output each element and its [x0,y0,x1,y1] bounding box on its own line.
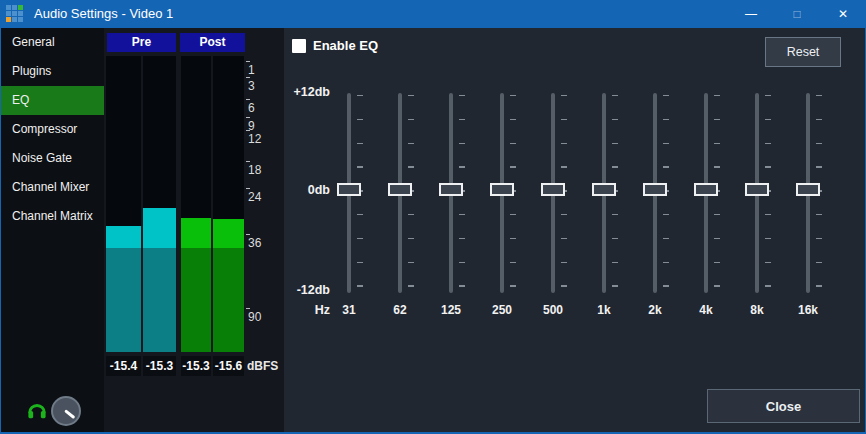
app-icon-cell [6,5,11,10]
meter-bar [213,248,244,352]
app-icon-cell [18,5,23,10]
eq-band-freq-label: 125 [431,303,471,317]
maximize-button[interactable]: □ [774,0,820,28]
eq-slider-thumb[interactable] [439,183,463,196]
eq-band-freq-label: 62 [380,303,420,317]
eq-gain-mid-label: 0db [284,183,330,197]
eq-band-freq-label: 500 [533,303,573,317]
eq-band-freq-label: 250 [482,303,522,317]
eq-band-slider-2k: 2k [635,86,675,326]
eq-band-slider-4k: 4k [686,86,726,326]
sidebar-item-channel-matrix[interactable]: Channel Matrix [0,202,104,231]
meter-unit-label: dBFS [247,359,278,373]
eq-slider-thumb[interactable] [643,183,667,196]
eq-band-slider-500: 500 [533,86,573,326]
maximize-icon: □ [793,7,800,21]
meter-channel [213,56,244,352]
audio-settings-window: Audio Settings - Video 1 — □ ✕ General P… [0,0,866,434]
eq-band-slider-8k: 8k [737,86,777,326]
eq-gain-bottom-label: -12db [284,283,330,297]
meter-channel [181,56,211,352]
eq-gain-top-label: +12db [284,85,330,99]
app-icon-cell [12,5,17,10]
meter-value: -15.6 [213,356,244,376]
app-icon-cell [12,11,17,16]
eq-band-freq-label: 1k [584,303,624,317]
enable-eq-checkbox[interactable] [292,39,306,53]
knob-indicator [64,409,75,419]
settings-sidebar: General Plugins EQ Compressor Noise Gate… [0,28,104,434]
meter-bar-peak [106,226,141,248]
meter-scale-tick: 90 [248,311,261,323]
pre-meter-header: Pre [107,33,176,52]
meter-scale-tick: 36 [248,237,261,249]
eq-band-slider-125: 125 [431,86,471,326]
eq-band-freq-label: 16k [788,303,828,317]
eq-freq-unit-label: Hz [284,303,330,317]
sidebar-item-compressor[interactable]: Compressor [0,115,104,144]
close-icon: ✕ [838,7,848,21]
meter-scale-tick: 1 [248,64,255,76]
headphones-volume-knob[interactable] [51,396,81,426]
app-icon-cell [6,11,11,16]
app-icon-cell [12,17,17,22]
eq-slider-thumb[interactable] [490,183,514,196]
eq-slider-thumb[interactable] [388,183,412,196]
title-bar[interactable]: Audio Settings - Video 1 — □ ✕ [0,0,866,28]
eq-band-slider-16k: 16k [788,86,828,326]
meter-bar-peak [143,208,176,248]
sidebar-item-channel-mixer[interactable]: Channel Mixer [0,173,104,202]
sidebar-item-eq[interactable]: EQ [0,86,104,115]
close-window-button[interactable]: ✕ [820,0,866,28]
meter-bar-peak [213,219,244,248]
meter-bar [106,248,141,352]
meter-scale-tick: 12 [248,133,261,145]
eq-slider-thumb[interactable] [796,183,820,196]
meter-bar [181,248,211,352]
meter-channel [143,56,176,352]
headphones-icon[interactable] [26,399,48,421]
eq-slider-thumb[interactable] [694,183,718,196]
eq-slider-thumb[interactable] [592,183,616,196]
window-title: Audio Settings - Video 1 [34,0,173,28]
meter-scale-tick: 6 [248,102,255,114]
eq-band-freq-label: 4k [686,303,726,317]
eq-band-freq-label: 31 [329,303,369,317]
meter-scale-tick: 18 [248,164,261,176]
minimize-icon: — [745,7,757,21]
meter-value: -15.3 [143,356,176,376]
eq-band-freq-label: 8k [737,303,777,317]
minimize-button[interactable]: — [728,0,774,28]
eq-band-freq-label: 2k [635,303,675,317]
enable-eq-label: Enable EQ [313,39,378,53]
eq-slider-thumb[interactable] [337,183,361,196]
meter-value: -15.3 [181,356,211,376]
post-meter-header: Post [180,33,245,52]
meter-bar [143,248,176,352]
eq-slider-thumb[interactable] [541,183,565,196]
meter-value: -15.4 [106,356,141,376]
meter-scale-tick: 24 [248,191,261,203]
eq-band-slider-250: 250 [482,86,522,326]
window-controls: — □ ✕ [728,0,866,28]
app-icon-cell [6,17,11,22]
meter-channel [106,56,141,352]
meter-bar-peak [181,218,211,248]
app-icon-cell [18,17,23,22]
app-icon-cell [18,11,23,16]
app-icon [6,5,23,22]
sidebar-item-noise-gate[interactable]: Noise Gate [0,144,104,173]
close-button[interactable]: Close [707,389,860,423]
eq-slider-thumb[interactable] [745,183,769,196]
eq-band-slider-62: 62 [380,86,420,326]
eq-band-slider-31: 31 [329,86,369,326]
meter-scale-tick: 3 [248,80,255,92]
eq-band-slider-1k: 1k [584,86,624,326]
sidebar-item-general[interactable]: General [0,28,104,57]
sidebar-item-plugins[interactable]: Plugins [0,57,104,86]
reset-button[interactable]: Reset [765,37,841,67]
